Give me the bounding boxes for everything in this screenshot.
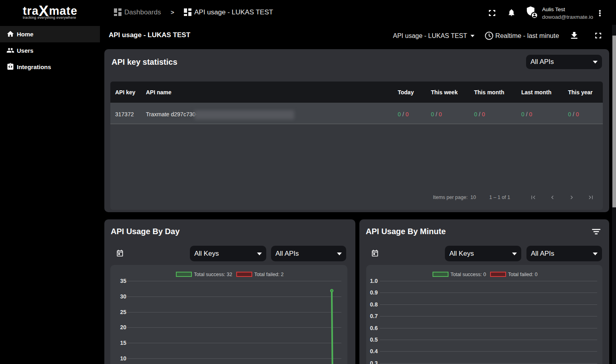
svg-text:1.0: 1.0	[370, 278, 378, 284]
svg-text:0.4: 0.4	[370, 348, 378, 354]
svg-text:0.3: 0.3	[370, 360, 378, 364]
svg-text:30: 30	[120, 293, 126, 300]
svg-text:0.5: 0.5	[370, 336, 378, 343]
svg-text:0.8: 0.8	[370, 301, 378, 308]
svg-text:0.6: 0.6	[370, 325, 378, 331]
svg-text:35: 35	[120, 278, 126, 284]
svg-text:0.9: 0.9	[370, 289, 378, 296]
svg-text:10: 10	[120, 355, 126, 362]
svg-text:25: 25	[120, 309, 126, 315]
svg-text:0.7: 0.7	[370, 313, 378, 319]
svg-text:20: 20	[120, 324, 126, 330]
svg-text:15: 15	[120, 340, 126, 346]
